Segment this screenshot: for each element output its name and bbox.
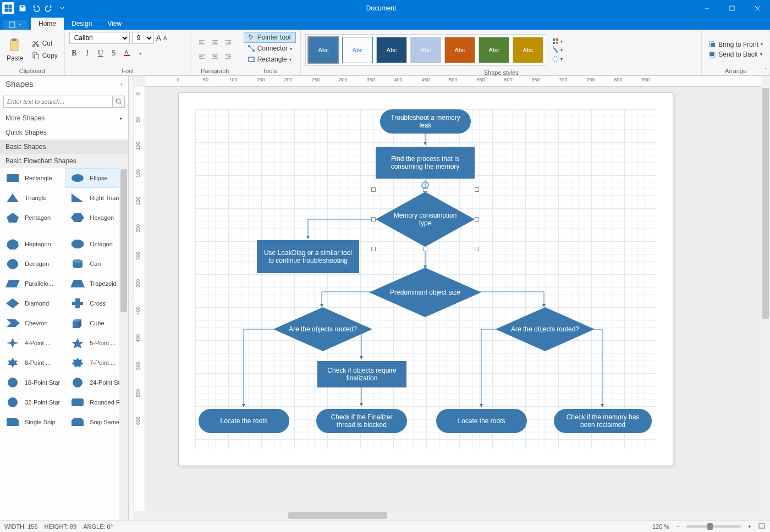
- copy-button[interactable]: Copy: [29, 50, 60, 61]
- shape-stencil-item[interactable]: Chevron: [0, 313, 65, 333]
- connector-tool-button[interactable]: Connector ▾: [244, 43, 296, 54]
- shape-style-swatch[interactable]: Abc: [513, 37, 543, 63]
- shape-stencil-item[interactable]: 6-Point ...: [0, 353, 65, 373]
- tab-home[interactable]: Home: [31, 18, 64, 30]
- shape-stencil-item[interactable]: 24-Point Star: [65, 373, 128, 392]
- style-effect-button[interactable]: ▾: [552, 55, 563, 63]
- shape-stencil-item[interactable]: 32-Point Star: [0, 392, 65, 412]
- ribbon-collapse-icon[interactable]: ⌃: [763, 67, 768, 73]
- font-color-dropdown[interactable]: ▾: [135, 51, 145, 56]
- align-bottom-center[interactable]: [209, 50, 221, 62]
- rectangle-tool-button[interactable]: Rectangle ▾: [244, 54, 296, 65]
- tab-view[interactable]: View: [100, 18, 129, 30]
- horizontal-scrollbar[interactable]: [145, 511, 761, 520]
- canvas-viewport[interactable]: Troubleshoot a memory leak Find the proc…: [145, 87, 761, 511]
- font-color-button[interactable]: A: [122, 48, 132, 58]
- shape-style-swatch[interactable]: Abc: [308, 37, 339, 63]
- font-name-select[interactable]: Calibri: [69, 32, 130, 44]
- panel-splitter[interactable]: ⋮: [129, 76, 134, 520]
- drawing-surface[interactable]: Troubleshoot a memory leak Find the proc…: [195, 109, 656, 449]
- shape-style-swatch[interactable]: Abc: [444, 37, 475, 63]
- node-decision-rooted-right[interactable]: Are the objects rooted?: [496, 307, 595, 351]
- zoom-in-button[interactable]: +: [748, 523, 751, 530]
- undo-icon[interactable]: [30, 2, 42, 14]
- paste-button[interactable]: Paste: [4, 36, 26, 63]
- bold-button[interactable]: B: [69, 49, 79, 58]
- shape-stencil-item[interactable]: Cross: [65, 293, 128, 313]
- minimize-button[interactable]: [694, 0, 719, 16]
- shape-stencil-item[interactable]: Ellipse: [65, 168, 128, 188]
- shape-stencil-item[interactable]: Hexagon: [65, 208, 128, 228]
- pointer-tool-button[interactable]: Pointer tool: [244, 32, 296, 43]
- bring-front-button[interactable]: Bring to Front▾: [706, 40, 765, 49]
- search-button[interactable]: [113, 96, 125, 108]
- shape-stencil-item[interactable]: Rectangle: [0, 168, 65, 188]
- strike-button[interactable]: S: [109, 49, 119, 58]
- send-back-button[interactable]: Send to Back▾: [706, 50, 765, 59]
- node-decision-rooted-left[interactable]: Are the objects rooted?: [273, 307, 372, 351]
- file-menu[interactable]: [3, 20, 28, 30]
- node-terminal-roots-1[interactable]: Locate the roots: [199, 409, 289, 433]
- shapes-scrollbar[interactable]: [119, 168, 128, 520]
- underline-button[interactable]: U: [96, 49, 106, 58]
- style-line-button[interactable]: ▾: [552, 46, 563, 54]
- tab-design[interactable]: Design: [64, 18, 100, 30]
- node-process-finalization[interactable]: Check if objects require finalization: [317, 361, 406, 387]
- shape-stencil-item[interactable]: Triangle: [0, 188, 65, 208]
- zoom-slider[interactable]: [686, 525, 741, 528]
- shape-stencil-item[interactable]: Rounded Rectangle: [65, 392, 128, 412]
- shape-stencil-item[interactable]: Heptagon: [0, 234, 65, 254]
- node-terminal-roots-2[interactable]: Locate the roots: [436, 409, 527, 433]
- node-process-find[interactable]: Find the process that is consuming the m…: [376, 147, 475, 179]
- shape-stencil-item[interactable]: Trapezoid: [65, 274, 128, 293]
- shape-stencil-item[interactable]: Pentagon: [0, 208, 65, 228]
- zoom-out-button[interactable]: −: [676, 523, 679, 530]
- vertical-scrollbar[interactable]: [761, 87, 770, 511]
- close-button[interactable]: [745, 0, 770, 16]
- shape-style-gallery[interactable]: AbcAbcAbcAbcAbcAbcAbc: [305, 34, 546, 66]
- shape-style-swatch[interactable]: Abc: [376, 37, 407, 63]
- shape-stencil-item[interactable]: Cube: [65, 313, 128, 333]
- italic-button[interactable]: I: [82, 49, 92, 58]
- shape-stencil-item[interactable]: Single Snip: [0, 412, 65, 432]
- node-decision-objsize[interactable]: Predominant object size: [369, 268, 481, 317]
- shape-stencil-item[interactable]: Snip Same: [65, 412, 128, 432]
- shape-stencil-item[interactable]: 16-Point Star: [0, 373, 65, 392]
- more-shapes-link[interactable]: More Shapes▸: [0, 111, 128, 125]
- font-size-select[interactable]: 9: [132, 32, 154, 44]
- shape-stencil-item[interactable]: Octagon: [65, 234, 128, 254]
- shape-style-swatch[interactable]: Abc: [479, 37, 509, 63]
- basic-shapes-header[interactable]: Basic Shapes: [0, 140, 128, 154]
- rotate-handle-icon[interactable]: [421, 181, 430, 190]
- align-top-center[interactable]: [209, 37, 221, 49]
- decrease-font-icon[interactable]: A: [163, 35, 167, 41]
- shape-stencil-item[interactable]: Right Triangle: [65, 188, 128, 208]
- shapes-search-input[interactable]: [3, 96, 113, 108]
- node-terminal-finalizer[interactable]: Check if the Finalizer thread is blocked: [316, 409, 407, 433]
- style-fill-button[interactable]: ▾: [552, 37, 563, 45]
- node-terminal-reclaimed[interactable]: Check if the memory has been reclaimed: [554, 409, 652, 433]
- collapse-panel-icon[interactable]: ‹: [120, 80, 123, 88]
- shape-stencil-item[interactable]: 5-Point ...: [65, 333, 128, 353]
- redo-icon[interactable]: [43, 2, 55, 14]
- shape-style-swatch[interactable]: Abc: [410, 37, 441, 63]
- node-start[interactable]: Troubleshoot a memory leak: [380, 109, 471, 134]
- shape-stencil-item[interactable]: Diamond: [0, 293, 65, 313]
- quick-shapes-link[interactable]: Quick Shapes: [0, 125, 128, 140]
- shape-stencil-item[interactable]: Decagon: [0, 254, 65, 274]
- align-top-right[interactable]: [222, 37, 234, 49]
- shape-stencil-item[interactable]: 4-Point ...: [0, 333, 65, 353]
- align-bottom-left[interactable]: [196, 50, 208, 62]
- shape-style-swatch[interactable]: Abc: [342, 37, 373, 63]
- shape-stencil-item[interactable]: Parallelo...: [0, 274, 65, 293]
- increase-font-icon[interactable]: A: [156, 34, 161, 42]
- align-top-left[interactable]: [196, 37, 208, 49]
- cut-button[interactable]: Cut: [29, 38, 60, 49]
- qat-dropdown-icon[interactable]: [56, 2, 68, 14]
- save-icon[interactable]: [16, 2, 29, 14]
- node-process-leakdiag[interactable]: Use LeakDiag or a similar tool to contin…: [257, 240, 359, 273]
- shape-stencil-item[interactable]: 7-Point ...: [65, 353, 128, 373]
- zoom-fit-button[interactable]: [758, 522, 766, 531]
- shape-stencil-item[interactable]: Can: [65, 254, 128, 274]
- align-bottom-right[interactable]: [222, 50, 234, 62]
